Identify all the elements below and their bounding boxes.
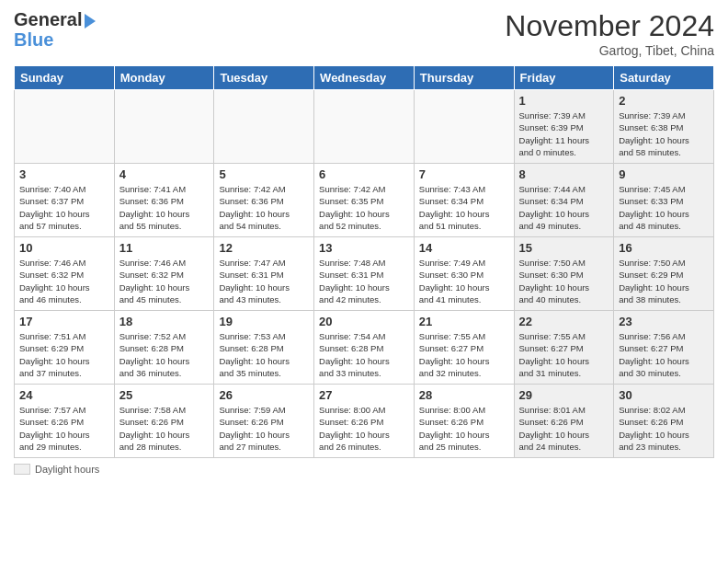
day-number: 20 [319, 315, 409, 328]
day-number: 5 [219, 167, 309, 181]
day-info: Sunrise: 8:00 AM Sunset: 6:26 PM Dayligh… [419, 404, 509, 453]
calendar-cell: 1Sunrise: 7:39 AM Sunset: 6:39 PM Daylig… [514, 90, 614, 164]
day-info: Sunrise: 8:00 AM Sunset: 6:26 PM Dayligh… [319, 404, 409, 453]
calendar-cell: 2Sunrise: 7:39 AM Sunset: 6:38 PM Daylig… [614, 90, 714, 164]
day-number: 15 [519, 241, 609, 255]
day-info: Sunrise: 7:42 AM Sunset: 6:36 PM Dayligh… [219, 183, 309, 232]
day-number: 30 [619, 388, 709, 402]
calendar-cell: 13Sunrise: 7:48 AM Sunset: 6:31 PM Dayli… [314, 237, 415, 311]
day-number: 14 [419, 241, 509, 255]
day-info: Sunrise: 7:52 AM Sunset: 6:28 PM Dayligh… [119, 330, 210, 379]
day-header-wednesday: Wednesday [314, 66, 415, 90]
day-number: 3 [19, 167, 109, 181]
logo: General Blue [14, 9, 96, 50]
day-number: 4 [119, 167, 210, 181]
day-info: Sunrise: 7:57 AM Sunset: 6:26 PM Dayligh… [19, 404, 109, 453]
day-info: Sunrise: 7:44 AM Sunset: 6:34 PM Dayligh… [519, 183, 609, 232]
day-number: 25 [119, 388, 210, 402]
calendar-cell [214, 90, 314, 164]
logo-text-blue: Blue [14, 29, 96, 50]
day-info: Sunrise: 7:48 AM Sunset: 6:31 PM Dayligh… [319, 257, 409, 305]
calendar-cell: 28Sunrise: 8:00 AM Sunset: 6:26 PM Dayli… [414, 385, 514, 458]
calendar-cell: 21Sunrise: 7:55 AM Sunset: 6:27 PM Dayli… [414, 311, 514, 385]
calendar-cell: 5Sunrise: 7:42 AM Sunset: 6:36 PM Daylig… [214, 164, 314, 237]
calendar-cell: 19Sunrise: 7:53 AM Sunset: 6:28 PM Dayli… [214, 311, 314, 385]
calendar-cell: 8Sunrise: 7:44 AM Sunset: 6:34 PM Daylig… [514, 164, 614, 237]
day-number: 7 [419, 167, 509, 181]
day-number: 6 [319, 167, 409, 181]
day-header-monday: Monday [114, 66, 214, 90]
day-header-thursday: Thursday [414, 66, 514, 90]
day-number: 11 [119, 241, 210, 255]
calendar-cell: 15Sunrise: 7:50 AM Sunset: 6:30 PM Dayli… [514, 237, 614, 311]
day-number: 16 [619, 241, 709, 255]
day-header-friday: Friday [514, 66, 614, 90]
day-info: Sunrise: 8:01 AM Sunset: 6:26 PM Dayligh… [519, 404, 609, 453]
day-info: Sunrise: 7:39 AM Sunset: 6:38 PM Dayligh… [619, 109, 709, 158]
day-number: 12 [219, 241, 309, 255]
calendar-cell: 17Sunrise: 7:51 AM Sunset: 6:29 PM Dayli… [15, 311, 115, 385]
day-info: Sunrise: 7:51 AM Sunset: 6:29 PM Dayligh… [19, 330, 109, 379]
calendar-cell: 7Sunrise: 7:43 AM Sunset: 6:34 PM Daylig… [414, 164, 514, 237]
legend-shaded-box [14, 464, 30, 475]
calendar-cell: 10Sunrise: 7:46 AM Sunset: 6:32 PM Dayli… [15, 237, 115, 311]
calendar-cell: 6Sunrise: 7:42 AM Sunset: 6:35 PM Daylig… [314, 164, 415, 237]
day-number: 27 [319, 388, 409, 402]
calendar-cell [114, 90, 214, 164]
day-info: Sunrise: 7:45 AM Sunset: 6:33 PM Dayligh… [619, 183, 709, 232]
day-number: 10 [19, 241, 109, 255]
calendar-cell: 12Sunrise: 7:47 AM Sunset: 6:31 PM Dayli… [214, 237, 314, 311]
day-number: 26 [219, 388, 309, 402]
calendar-cell: 20Sunrise: 7:54 AM Sunset: 6:28 PM Dayli… [314, 311, 415, 385]
day-info: Sunrise: 7:56 AM Sunset: 6:27 PM Dayligh… [619, 330, 709, 379]
day-header-saturday: Saturday [614, 66, 714, 90]
calendar-cell: 3Sunrise: 7:40 AM Sunset: 6:37 PM Daylig… [15, 164, 115, 237]
day-info: Sunrise: 7:55 AM Sunset: 6:27 PM Dayligh… [419, 330, 509, 379]
title-block: November 2024 Gartog, Tibet, China [505, 9, 714, 58]
calendar-cell [15, 90, 115, 164]
day-number: 28 [419, 388, 509, 402]
day-number: 17 [19, 315, 109, 328]
day-info: Sunrise: 7:49 AM Sunset: 6:30 PM Dayligh… [419, 257, 509, 305]
calendar-cell [414, 90, 514, 164]
day-header-tuesday: Tuesday [214, 66, 314, 90]
day-number: 29 [519, 388, 609, 402]
day-info: Sunrise: 7:39 AM Sunset: 6:39 PM Dayligh… [519, 109, 609, 158]
legend-label: Daylight hours [35, 464, 99, 475]
calendar-cell: 16Sunrise: 7:50 AM Sunset: 6:29 PM Dayli… [614, 237, 714, 311]
location: Gartog, Tibet, China [505, 43, 714, 58]
day-info: Sunrise: 8:02 AM Sunset: 6:26 PM Dayligh… [619, 404, 709, 453]
day-info: Sunrise: 7:50 AM Sunset: 6:30 PM Dayligh… [519, 257, 609, 305]
day-number: 2 [619, 94, 709, 108]
calendar-cell: 14Sunrise: 7:49 AM Sunset: 6:30 PM Dayli… [414, 237, 514, 311]
day-number: 23 [619, 315, 709, 328]
calendar-cell: 9Sunrise: 7:45 AM Sunset: 6:33 PM Daylig… [614, 164, 714, 237]
legend: Daylight hours [14, 464, 714, 475]
day-info: Sunrise: 7:43 AM Sunset: 6:34 PM Dayligh… [419, 183, 509, 232]
day-info: Sunrise: 7:41 AM Sunset: 6:36 PM Dayligh… [119, 183, 210, 232]
calendar-cell: 30Sunrise: 8:02 AM Sunset: 6:26 PM Dayli… [614, 385, 714, 458]
day-number: 1 [519, 94, 609, 108]
day-info: Sunrise: 7:59 AM Sunset: 6:26 PM Dayligh… [219, 404, 309, 453]
month-title: November 2024 [505, 9, 714, 43]
calendar-cell: 24Sunrise: 7:57 AM Sunset: 6:26 PM Dayli… [15, 385, 115, 458]
calendar-cell: 27Sunrise: 8:00 AM Sunset: 6:26 PM Dayli… [314, 385, 415, 458]
day-info: Sunrise: 7:40 AM Sunset: 6:37 PM Dayligh… [19, 183, 109, 232]
day-info: Sunrise: 7:47 AM Sunset: 6:31 PM Dayligh… [219, 257, 309, 305]
logo-text-general: General [14, 9, 82, 29]
day-info: Sunrise: 7:46 AM Sunset: 6:32 PM Dayligh… [19, 257, 109, 305]
day-info: Sunrise: 7:53 AM Sunset: 6:28 PM Dayligh… [219, 330, 309, 379]
day-number: 22 [519, 315, 609, 328]
calendar-cell: 23Sunrise: 7:56 AM Sunset: 6:27 PM Dayli… [614, 311, 714, 385]
day-info: Sunrise: 7:46 AM Sunset: 6:32 PM Dayligh… [119, 257, 210, 305]
day-number: 8 [519, 167, 609, 181]
day-info: Sunrise: 7:55 AM Sunset: 6:27 PM Dayligh… [519, 330, 609, 379]
day-header-sunday: Sunday [15, 66, 115, 90]
calendar-cell [314, 90, 415, 164]
day-info: Sunrise: 7:54 AM Sunset: 6:28 PM Dayligh… [319, 330, 409, 379]
calendar-table: SundayMondayTuesdayWednesdayThursdayFrid… [14, 65, 714, 458]
day-info: Sunrise: 7:58 AM Sunset: 6:26 PM Dayligh… [119, 404, 210, 453]
day-number: 18 [119, 315, 210, 328]
day-info: Sunrise: 7:42 AM Sunset: 6:35 PM Dayligh… [319, 183, 409, 232]
day-number: 19 [219, 315, 309, 328]
